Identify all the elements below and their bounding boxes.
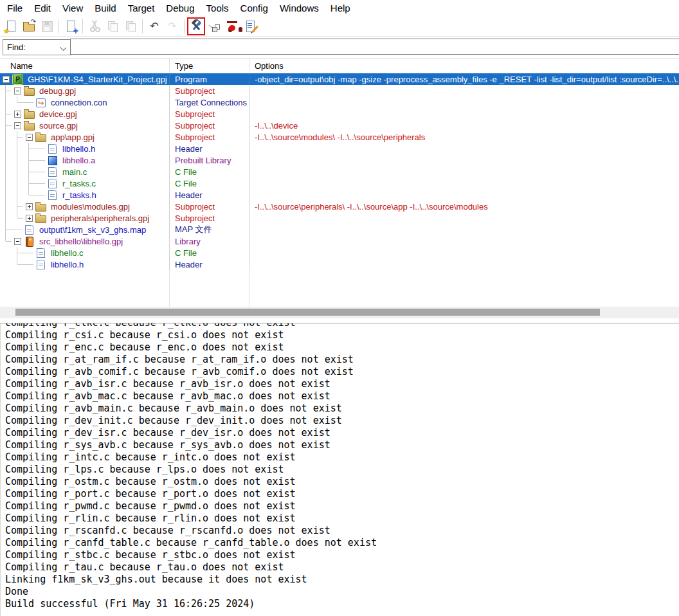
- menu-item-view[interactable]: View: [57, 1, 89, 15]
- table-row[interactable]: ↪connection.conTarget Connections: [0, 96, 679, 108]
- toolbar: ★↷+↶↷→: [0, 16, 679, 37]
- tree-guide: [23, 166, 35, 177]
- redo-button[interactable]: ↷: [164, 18, 181, 35]
- table-row[interactable]: libhello.aPrebuilt Library: [0, 154, 679, 166]
- type-cell: Subproject: [170, 201, 249, 212]
- table-row[interactable]: debug.gpjSubproject: [0, 85, 679, 96]
- type-cell: Subproject: [170, 212, 249, 224]
- tree-expander-minus[interactable]: [12, 235, 23, 247]
- options-cell: [249, 258, 679, 270]
- table-row[interactable]: source.gpjSubproject-I..\..\device: [0, 120, 679, 131]
- table-row[interactable]: device.gpjSubproject: [0, 108, 679, 120]
- new-file-button[interactable]: ★: [3, 18, 19, 35]
- menu-item-target[interactable]: Target: [122, 1, 161, 15]
- connect-target-button[interactable]: →: [206, 18, 222, 35]
- debug-button[interactable]: [224, 18, 240, 35]
- type-cell: C File: [170, 177, 249, 189]
- save-button[interactable]: [39, 18, 55, 35]
- edit-note-icon: [244, 20, 257, 33]
- file-icon: [35, 247, 48, 258]
- open-button[interactable]: ↷: [21, 18, 37, 35]
- tree-guide: [0, 96, 12, 108]
- file-icon: [35, 258, 48, 270]
- console-line: Compiling r_lps.c because r_lps.o does n…: [5, 464, 679, 476]
- tree-item-label: debug.gpj: [39, 86, 76, 96]
- options-cell: -I..\..\source\peripherals\ -I..\..\sour…: [249, 201, 679, 212]
- console-line: Compiling r_clkc.c because r_clkc.o does…: [5, 323, 679, 329]
- tree-guide: [0, 166, 12, 177]
- tree-item-label: libhello.h: [62, 144, 95, 154]
- project-tree-body: PGHS\F1KM-S4_StarterKit_Project.gpjProgr…: [0, 73, 679, 307]
- tree-expander-plus[interactable]: [23, 201, 35, 212]
- undo-button[interactable]: ↶: [146, 18, 163, 35]
- tree-expander-minus[interactable]: [12, 120, 23, 131]
- column-header-name[interactable]: Name: [0, 59, 170, 73]
- edit-notes-button[interactable]: [242, 18, 258, 35]
- prebuilt-library-icon: [46, 154, 59, 166]
- table-row[interactable]: src_libhello\libhello.gpjLibrary: [0, 235, 679, 247]
- tree-guide: [23, 177, 35, 189]
- toolbar-separator: [184, 19, 185, 33]
- tree-expander-plus[interactable]: [12, 108, 23, 120]
- tree-item-label: modules\modules.gpj: [51, 202, 130, 212]
- menu-item-build[interactable]: Build: [89, 1, 122, 15]
- menu-item-edit[interactable]: Edit: [28, 1, 57, 15]
- find-input[interactable]: [70, 39, 679, 55]
- options-cell: -I..\..\source\modules\ -I..\..\source\p…: [249, 131, 679, 143]
- options-cell: [249, 212, 679, 224]
- menu-item-tools[interactable]: Tools: [201, 1, 235, 15]
- menu-item-file[interactable]: File: [1, 1, 28, 15]
- tree-expander-minus[interactable]: [23, 131, 35, 143]
- copy-button[interactable]: [104, 18, 121, 35]
- table-row[interactable]: app\app.gpjSubproject-I..\..\source\modu…: [0, 131, 679, 143]
- table-row[interactable]: r_tasks.cC File: [0, 177, 679, 189]
- column-header-type[interactable]: Type: [170, 59, 249, 73]
- table-row[interactable]: main.cC File: [0, 166, 679, 177]
- options-cell: [249, 143, 679, 154]
- toolbar-separator: [59, 19, 59, 33]
- add-file-button[interactable]: +: [62, 18, 79, 35]
- menu-item-config[interactable]: Config: [235, 1, 274, 15]
- tree-name-cell: PGHS\F1KM-S4_StarterKit_Project.gpj: [0, 73, 170, 85]
- tree-guide: [0, 143, 12, 154]
- table-row[interactable]: modules\modules.gpjSubproject-I..\..\sou…: [0, 201, 679, 212]
- menu-item-windows[interactable]: Windows: [274, 1, 325, 15]
- folder-icon: [23, 108, 36, 120]
- paste-button[interactable]: [122, 18, 139, 35]
- tree-expander-minus[interactable]: [0, 73, 12, 85]
- find-label: Find:: [7, 42, 26, 52]
- tree-name-cell: libhello.h: [0, 258, 170, 270]
- horizontal-scrollbar[interactable]: [0, 307, 679, 318]
- horizontal-scrollbar-thumb[interactable]: [15, 309, 600, 316]
- find-mode-dropdown[interactable]: Find:: [3, 39, 71, 55]
- cut-button[interactable]: [86, 18, 103, 35]
- tree-guide: [12, 154, 23, 166]
- console-line: Compiling r_sys_avb.c because r_sys_avb.…: [5, 439, 679, 451]
- column-header-options[interactable]: Options: [249, 59, 679, 73]
- file-icon: [46, 177, 59, 189]
- add-file-icon: +: [64, 20, 77, 33]
- options-cell: [249, 108, 679, 120]
- table-row[interactable]: libhello.hHeader: [0, 258, 679, 270]
- table-row[interactable]: output\f1km_sk_v3_ghs.mapMAP 文件: [0, 224, 679, 235]
- table-row[interactable]: PGHS\F1KM-S4_StarterKit_Project.gpjProgr…: [0, 73, 679, 85]
- tree-name-cell: device.gpj: [0, 108, 170, 120]
- build-output-console[interactable]: Compiling r_clkc.c because r_clkc.o does…: [0, 323, 679, 616]
- table-row[interactable]: libhello.cC File: [0, 247, 679, 258]
- type-cell: C File: [170, 247, 249, 258]
- menu-item-help[interactable]: Help: [325, 1, 356, 15]
- table-row[interactable]: peripherals\peripherals.gpjSubproject: [0, 212, 679, 224]
- tree-guide: [12, 224, 23, 235]
- tree-guide: [35, 154, 46, 166]
- tree-expander-minus[interactable]: [12, 85, 23, 96]
- tree-guide: [12, 189, 23, 201]
- build-button[interactable]: [188, 18, 204, 35]
- tree-expander-plus[interactable]: [23, 212, 35, 224]
- tree-guide: [0, 154, 12, 166]
- tree-item-label: main.c: [62, 167, 87, 177]
- build-icon: [190, 20, 203, 33]
- menu-item-debug[interactable]: Debug: [160, 1, 200, 15]
- new-file-icon: ★: [5, 20, 17, 33]
- table-row[interactable]: libhello.hHeader: [0, 143, 679, 154]
- table-row[interactable]: r_tasks.hHeader: [0, 189, 679, 201]
